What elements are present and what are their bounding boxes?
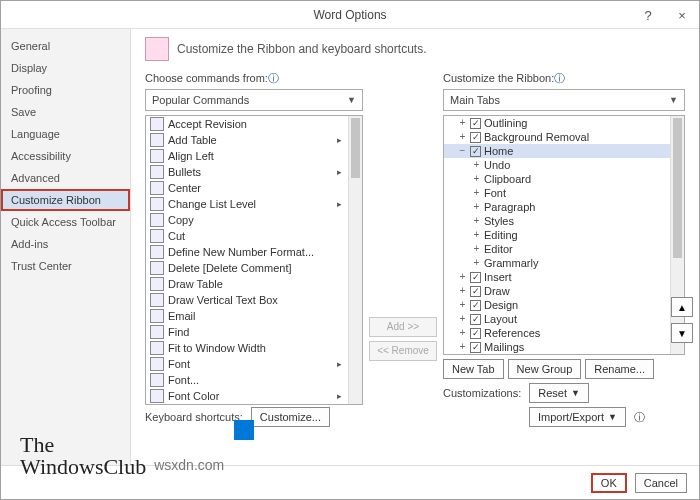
expand-icon[interactable]: + bbox=[458, 340, 467, 354]
checkbox[interactable]: ✓ bbox=[470, 132, 481, 143]
sidebar-item-trust-center[interactable]: Trust Center bbox=[1, 255, 130, 277]
expand-icon[interactable]: + bbox=[472, 200, 481, 214]
sidebar-item-general[interactable]: General bbox=[1, 35, 130, 57]
checkbox[interactable]: ✓ bbox=[470, 342, 481, 353]
checkbox[interactable]: ✓ bbox=[470, 118, 481, 129]
expand-icon[interactable]: + bbox=[458, 130, 467, 144]
expand-icon[interactable]: + bbox=[472, 228, 481, 242]
command-item[interactable]: Cut bbox=[146, 228, 348, 244]
command-item[interactable]: Draw Table bbox=[146, 276, 348, 292]
tree-item-grammarly[interactable]: +Grammarly bbox=[444, 256, 670, 270]
expand-icon[interactable]: + bbox=[458, 312, 467, 326]
move-down-button[interactable]: ▼ bbox=[671, 323, 693, 343]
info-icon[interactable]: ⓘ bbox=[634, 410, 645, 425]
sidebar-item-add-ins[interactable]: Add-ins bbox=[1, 233, 130, 255]
info-icon[interactable]: ⓘ bbox=[268, 72, 279, 84]
checkbox[interactable]: ✓ bbox=[470, 314, 481, 325]
expand-icon[interactable]: + bbox=[472, 242, 481, 256]
command-item[interactable]: Fit to Window Width bbox=[146, 340, 348, 356]
tree-item-paragraph[interactable]: +Paragraph bbox=[444, 200, 670, 214]
tree-item-editing[interactable]: +Editing bbox=[444, 228, 670, 242]
checkbox[interactable]: ✓ bbox=[470, 146, 481, 157]
command-item[interactable]: Add Table▸ bbox=[146, 132, 348, 148]
tree-item-design[interactable]: +✓Design bbox=[444, 298, 670, 312]
close-icon[interactable]: × bbox=[665, 1, 699, 29]
command-item[interactable]: Find bbox=[146, 324, 348, 340]
ribbon-tree[interactable]: +✓Outlining+✓Background Removal−✓Home+Un… bbox=[443, 115, 685, 355]
sidebar-item-accessibility[interactable]: Accessibility bbox=[1, 145, 130, 167]
tree-item-editor[interactable]: +Editor bbox=[444, 242, 670, 256]
command-item[interactable]: Accept Revision bbox=[146, 116, 348, 132]
choose-commands-label: Choose commands from:ⓘ bbox=[145, 71, 363, 86]
command-item[interactable]: Draw Vertical Text Box bbox=[146, 292, 348, 308]
tree-item-layout[interactable]: +✓Layout bbox=[444, 312, 670, 326]
sidebar-item-advanced[interactable]: Advanced bbox=[1, 167, 130, 189]
sidebar-item-customize-ribbon[interactable]: Customize Ribbon bbox=[1, 189, 130, 211]
command-item[interactable]: Email bbox=[146, 308, 348, 324]
customize-keyboard-button[interactable]: Customize... bbox=[251, 407, 330, 427]
tree-item-styles[interactable]: +Styles bbox=[444, 214, 670, 228]
ok-button[interactable]: OK bbox=[591, 473, 627, 493]
commands-listbox[interactable]: Accept RevisionAdd Table▸Align LeftBulle… bbox=[145, 115, 363, 405]
expand-icon[interactable]: + bbox=[458, 284, 467, 298]
tree-item-home[interactable]: −✓Home bbox=[444, 144, 670, 158]
command-item[interactable]: Delete [Delete Comment] bbox=[146, 260, 348, 276]
sidebar-item-quick-access-toolbar[interactable]: Quick Access Toolbar bbox=[1, 211, 130, 233]
import-export-button[interactable]: Import/Export▼ bbox=[529, 407, 626, 427]
expand-icon[interactable]: + bbox=[458, 326, 467, 340]
expand-icon[interactable]: − bbox=[458, 144, 467, 158]
tree-item-undo[interactable]: +Undo bbox=[444, 158, 670, 172]
expand-icon[interactable]: + bbox=[458, 116, 467, 130]
tree-item-mailings[interactable]: +✓Mailings bbox=[444, 340, 670, 354]
sidebar-item-language[interactable]: Language bbox=[1, 123, 130, 145]
new-group-button[interactable]: New Group bbox=[508, 359, 582, 379]
command-item[interactable]: Bullets▸ bbox=[146, 164, 348, 180]
expand-icon[interactable]: + bbox=[458, 298, 467, 312]
tree-item-font[interactable]: +Font bbox=[444, 186, 670, 200]
command-item[interactable]: Font... bbox=[146, 372, 348, 388]
tree-item-draw[interactable]: +✓Draw bbox=[444, 284, 670, 298]
tree-item-outlining[interactable]: +✓Outlining bbox=[444, 116, 670, 130]
info-icon[interactable]: ⓘ bbox=[554, 72, 565, 84]
expand-icon[interactable]: + bbox=[458, 270, 467, 284]
command-item[interactable]: Center bbox=[146, 180, 348, 196]
scrollbar[interactable] bbox=[348, 116, 362, 404]
expand-icon[interactable]: + bbox=[472, 186, 481, 200]
new-tab-button[interactable]: New Tab bbox=[443, 359, 504, 379]
cancel-button[interactable]: Cancel bbox=[635, 473, 687, 493]
command-item[interactable]: Define New Number Format... bbox=[146, 244, 348, 260]
choose-commands-combo[interactable]: Popular Commands▼ bbox=[145, 89, 363, 111]
tree-item-background-removal[interactable]: +✓Background Removal bbox=[444, 130, 670, 144]
expand-icon[interactable]: + bbox=[472, 256, 481, 270]
command-item[interactable]: Copy bbox=[146, 212, 348, 228]
tree-item-clipboard[interactable]: +Clipboard bbox=[444, 172, 670, 186]
command-icon bbox=[150, 293, 164, 307]
expand-icon[interactable]: + bbox=[472, 158, 481, 172]
checkbox[interactable]: ✓ bbox=[470, 328, 481, 339]
command-item[interactable]: Font▸ bbox=[146, 356, 348, 372]
expand-icon[interactable]: + bbox=[472, 214, 481, 228]
customize-ribbon-combo[interactable]: Main Tabs▼ bbox=[443, 89, 685, 111]
expand-icon[interactable]: + bbox=[472, 172, 481, 186]
tree-item-references[interactable]: +✓References bbox=[444, 326, 670, 340]
submenu-arrow-icon: ▸ bbox=[337, 197, 344, 211]
rename-button[interactable]: Rename... bbox=[585, 359, 654, 379]
window-title: Word Options bbox=[313, 8, 386, 22]
command-item[interactable]: Font Color▸ bbox=[146, 388, 348, 404]
checkbox[interactable]: ✓ bbox=[470, 286, 481, 297]
checkbox[interactable]: ✓ bbox=[470, 300, 481, 311]
help-icon[interactable]: ? bbox=[631, 1, 665, 29]
command-item[interactable]: Change List Level▸ bbox=[146, 196, 348, 212]
titlebar: Word Options ? × bbox=[1, 1, 699, 29]
sidebar-item-display[interactable]: Display bbox=[1, 57, 130, 79]
sidebar-item-save[interactable]: Save bbox=[1, 101, 130, 123]
move-up-button[interactable]: ▲ bbox=[671, 297, 693, 317]
command-item[interactable]: Align Left bbox=[146, 148, 348, 164]
tree-item-insert[interactable]: +✓Insert bbox=[444, 270, 670, 284]
add-button[interactable]: Add >> bbox=[369, 317, 437, 337]
sidebar-item-proofing[interactable]: Proofing bbox=[1, 79, 130, 101]
remove-button[interactable]: << Remove bbox=[369, 341, 437, 361]
command-icon bbox=[150, 309, 164, 323]
checkbox[interactable]: ✓ bbox=[470, 272, 481, 283]
reset-button[interactable]: Reset▼ bbox=[529, 383, 589, 403]
